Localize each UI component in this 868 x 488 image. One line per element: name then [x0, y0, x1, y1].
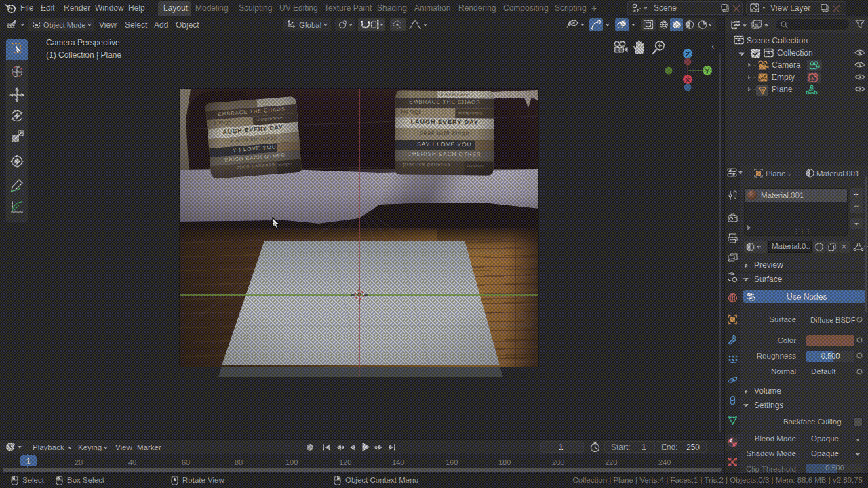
svg-text:X: X — [686, 76, 690, 83]
svg-text:Y: Y — [705, 67, 710, 75]
svg-text:Z: Z — [686, 50, 690, 58]
